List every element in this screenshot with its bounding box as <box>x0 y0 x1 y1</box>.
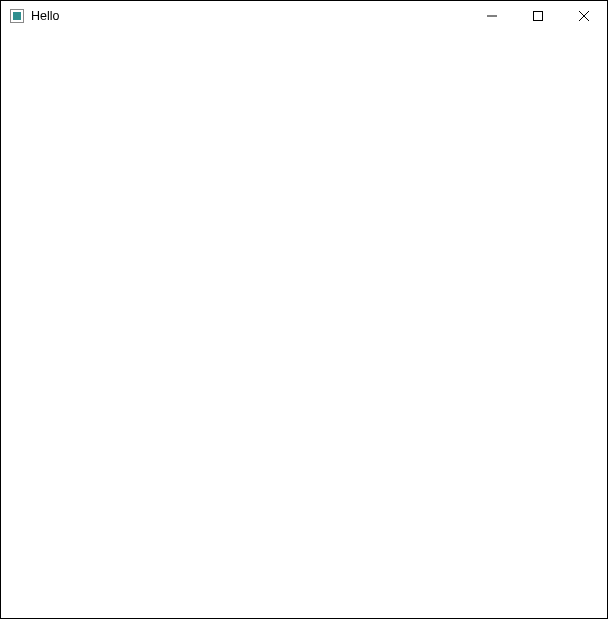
client-area <box>1 31 607 618</box>
svg-rect-1 <box>13 12 21 20</box>
application-window: Hello <box>0 0 608 619</box>
minimize-icon <box>487 9 497 24</box>
window-title: Hello <box>31 1 60 31</box>
app-icon <box>9 8 25 24</box>
minimize-button[interactable] <box>469 1 515 31</box>
close-icon <box>579 9 589 24</box>
close-button[interactable] <box>561 1 607 31</box>
titlebar[interactable]: Hello <box>1 1 607 31</box>
window-controls <box>469 1 607 31</box>
maximize-button[interactable] <box>515 1 561 31</box>
maximize-icon <box>533 9 543 24</box>
svg-rect-3 <box>534 11 543 20</box>
titlebar-left: Hello <box>1 1 469 31</box>
